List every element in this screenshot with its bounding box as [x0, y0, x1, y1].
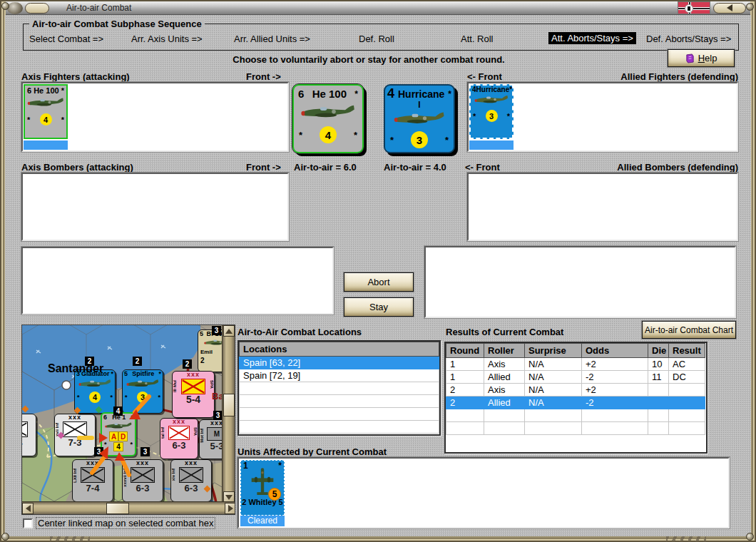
scroll-right-button[interactable]	[225, 503, 235, 514]
combat-chart-button[interactable]: Air-to-air Combat Chart	[642, 321, 736, 339]
col-die: Die	[648, 344, 669, 358]
hex-stack-number: 3	[94, 447, 103, 456]
location-row[interactable]: Spain [63, 22]	[240, 357, 439, 369]
subphase-sequence-groupbox: Air-to-air Combat Subphase Sequence Sele…	[23, 24, 739, 51]
locations-title: Air-to-Air Combat Locations	[237, 327, 362, 337]
vertical-scroll-thumb[interactable]	[223, 394, 235, 416]
titlebar: Air-to-air Combat	[6, 1, 750, 15]
airplane-icon	[202, 337, 223, 349]
instruction-text: Choose to voluntarily abort or stay for …	[133, 54, 604, 65]
map-counter-edge: 7-4	[22, 414, 36, 456]
map-counter-inf-7-4: xxx LXII Inf 7-4	[72, 459, 113, 502]
frame-stripes	[50, 536, 90, 541]
locations-header: Locations	[240, 342, 439, 357]
scroll-up-icon	[225, 329, 233, 334]
unit-value-badge: 4	[40, 113, 52, 126]
screw-icon	[746, 533, 754, 541]
minimize-button[interactable]	[25, 3, 49, 14]
result-row[interactable]: 1AlliedN/A -211DC	[446, 371, 705, 384]
stay-button[interactable]: Stay	[344, 297, 414, 317]
location-row[interactable]: Spain [72, 19]	[240, 369, 439, 382]
unit-name: Hurricane	[476, 86, 510, 93]
map-counter-mot-5-3: xxx Mot Inf M 5-3	[199, 419, 223, 459]
marker-value: 4	[113, 442, 123, 451]
col-roller: Roller	[484, 344, 525, 358]
front-arrow-label: <- Front	[467, 71, 502, 82]
axis-air-value: Air-to-air = 6.0	[294, 162, 357, 173]
help-label: elp	[705, 53, 717, 63]
locations-table: Locations Spain [63, 22] Spain [72, 19]	[237, 340, 441, 436]
window-title: Air-to-air Combat	[66, 3, 131, 13]
map-counter-spa-6-3: xxx tal Inf SPA 6-3	[160, 418, 198, 459]
map-city-label: Santander	[48, 362, 103, 375]
map-counter-inf-6-3b: xxx xiv Inf 6-3	[170, 459, 212, 502]
result-row-selected[interactable]: 2AlliedN/A -2	[446, 397, 705, 409]
map-vertical-scrollbar[interactable]	[222, 325, 235, 503]
result-row-empty[interactable]	[446, 422, 705, 435]
airplane-icon	[126, 377, 160, 392]
scroll-up-button[interactable]	[223, 325, 235, 337]
unit-card-he100-list[interactable]: 6 He 100 * * 4 *	[24, 84, 68, 139]
location-row-empty[interactable]	[240, 395, 439, 408]
horizontal-scroll-thumb[interactable]	[106, 503, 129, 514]
step-att-aborts-active: Att. Aborts/Stays =>	[548, 32, 636, 44]
groupbox-legend: Air-to-air Combat Subphase Sequence	[29, 19, 205, 29]
map-counter-gladiator: 3Gladiator* *4*	[74, 369, 116, 414]
star-glyph: *	[299, 130, 302, 140]
unit-value-badge: 3	[411, 131, 428, 148]
unit-name: Hurricane	[398, 88, 444, 100]
map-canvas[interactable]: Santander Ba 3Gladiator* *4* 5Spitfire* …	[22, 325, 223, 503]
col-round: Round	[446, 344, 484, 358]
abort-button[interactable]: Abort	[344, 272, 414, 292]
unit-name: He 100	[34, 86, 58, 95]
map-counter-bf109: 5Bf 10E-2 Emil 23	[198, 329, 223, 372]
step-arr-allied: Arr. Allied Units =>	[234, 34, 310, 44]
step-arr-axis: Arr. Axis Units =>	[131, 34, 203, 44]
star-glyph: *	[473, 112, 476, 121]
selection-bar	[24, 140, 68, 150]
scroll-left-button[interactable]	[22, 503, 34, 514]
center-map-checkbox-label: Center linked map on selected combat hex	[36, 518, 215, 528]
allied-bombers-label: Allied Bombers (defending)	[568, 162, 738, 173]
hex-stack-number: 2	[85, 357, 94, 366]
col-result: Result	[669, 344, 705, 358]
linked-map-panel[interactable]: Santander Ba 3Gladiator* *4* 5Spitfire* …	[21, 324, 235, 515]
location-row-empty[interactable]	[240, 382, 439, 395]
allied-escorts-listbox[interactable]	[424, 246, 736, 318]
unit-card-hurricane-front[interactable]: 4 Hurricane * I * 3 *	[384, 84, 455, 153]
axis-escorts-listbox[interactable]	[21, 247, 334, 315]
help-accel: H	[698, 53, 705, 63]
unit-card-whitley[interactable]: 1 * 5 2 Whitley 5	[240, 460, 285, 516]
hex-stack-number: 3	[212, 326, 221, 335]
front-arrow-label: Front ->	[246, 71, 281, 82]
dialog-client-area: Air-to-air Combat Subphase Sequence Sele…	[5, 15, 751, 536]
allied-bombers-listbox[interactable]	[467, 173, 738, 241]
center-map-checkbox[interactable]	[23, 518, 33, 528]
unit-card-he100-front[interactable]: 6 He 100 * * 4 *	[292, 84, 364, 153]
star-glyph: *	[354, 89, 358, 99]
hex-stack-number: 2	[183, 359, 192, 369]
window-menu-button[interactable]	[713, 3, 746, 14]
location-row-empty[interactable]	[240, 408, 439, 421]
attack-defend-marker: AD	[109, 431, 128, 441]
map-counter-inf-6-3a: xxx xxxvii Inf 6-3	[122, 459, 163, 502]
unit-value-badge: 4	[320, 126, 337, 143]
axis-bombers-label: Axis Bombers (attacking)	[21, 162, 133, 173]
star-glyph: *	[61, 116, 64, 124]
unit-qty: 6	[27, 86, 31, 95]
allied-fighters-label: Allied Fighters (defending)	[568, 71, 738, 82]
result-row[interactable]: 1AxisN/A +210AC	[446, 358, 705, 371]
affected-units-listbox[interactable]	[237, 457, 730, 528]
scroll-left-icon	[26, 505, 31, 512]
results-table: Round Roller Surprise Odds Die Result 1A…	[444, 342, 708, 454]
axis-bombers-listbox[interactable]	[21, 173, 289, 241]
col-odds: Odds	[582, 344, 648, 358]
location-row-empty[interactable]	[240, 421, 439, 434]
system-knob-icon[interactable]	[7, 2, 23, 14]
result-row-empty[interactable]	[446, 409, 705, 422]
unit-card-hurricane-list[interactable]: 4 Hurricane * * 3 *	[469, 84, 514, 139]
help-button[interactable]: Help	[668, 49, 735, 67]
result-row[interactable]: 2AxisN/A +2	[446, 384, 705, 397]
map-horizontal-scrollbar[interactable]	[22, 501, 235, 514]
hex-stack-number: 3	[141, 447, 150, 456]
